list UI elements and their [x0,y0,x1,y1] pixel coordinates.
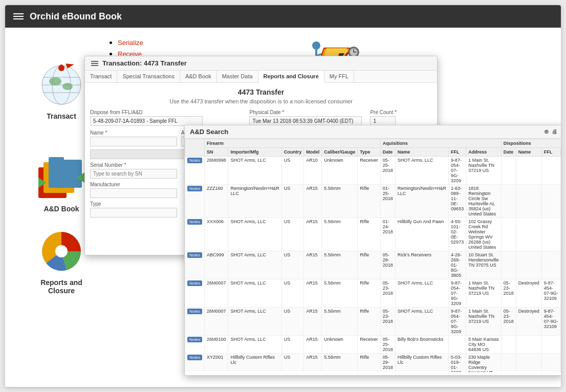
type-cell: Rifle [358,185,381,218]
tab-reports-closure[interactable]: Reports and Closure [258,71,324,83]
sn-cell: ZZZ160 [204,185,228,218]
search-table-container[interactable]: Firearm Aquisitions Dispositions SN Impo… [185,139,561,372]
caliber-cell: 5.56mm [322,251,358,279]
tab-master-data[interactable]: Master Data [217,71,258,82]
notes-button[interactable]: Notes [187,186,202,191]
type-cell: Rifle [358,251,381,279]
col-sn: SN [204,148,228,157]
notes-cell[interactable]: Notes [185,185,205,218]
notes-button[interactable]: Notes [187,158,202,163]
disp-name-cell [516,336,541,354]
importer-cell: SHOT Arms, LLC [228,308,281,336]
adbook-icon [36,155,87,201]
svg-point-5 [49,77,61,85]
hamburger-menu[interactable] [13,13,24,19]
acq-name-cell: Billy Bob's Boomsticks [395,336,448,354]
adbook-label: A&D Book [43,205,79,213]
disp-ffl-cell [541,251,560,279]
name-input[interactable] [90,137,177,146]
notes-cell[interactable]: Notes [185,336,205,354]
tab-transact[interactable]: Transact [85,71,117,82]
disp-address-cell [560,218,561,251]
notes-button[interactable]: Notes [187,280,202,286]
sn-cell: 26M0007 [204,279,228,308]
acq-date-cell: 05-28-2018 [380,251,395,279]
acq-name-cell: SHOT Arms, LLC [395,279,448,308]
acq-date-cell: 01-25-2018 [380,185,395,218]
search-icon[interactable]: ⊕ [544,128,549,135]
disp-date-cell [501,157,516,185]
acq-ffl-cell [449,336,466,354]
country-cell: US [281,185,304,218]
col-group-acquisitions: Aquisitions [380,139,501,148]
disp-name-cell [516,157,541,185]
model-cell: AR15 [304,218,322,251]
notes-cell[interactable]: Notes [185,308,205,336]
country-cell: US [281,308,304,336]
notes-cell[interactable]: Notes [185,354,205,373]
serial-input[interactable] [90,169,177,179]
notes-button[interactable]: Notes [187,355,202,360]
notes-button[interactable]: Notes [187,309,202,314]
disp-date-cell [501,354,516,373]
disp-ffl-cell [541,185,560,218]
tab-my-ffl[interactable]: My FFL [324,71,354,82]
tab-adbook[interactable]: A&D Book [180,71,217,82]
sn-cell: 26M0007 [204,308,228,336]
caliber-cell: 5.56mm [322,279,358,308]
acq-ffl-cell: 9-87-054-07-9G-3209 [449,308,466,336]
disp-date-cell [501,218,516,251]
caliber-cell: 5.56mm [322,308,358,336]
acq-address-cell: 102 Grassy Creek Rd Webster Springs WV 2… [466,218,502,251]
sn-cell: XXX006 [204,218,228,251]
table-row: Notes 26M0007 SHOT Arms, LLC US AR15 5.5… [185,308,561,336]
col-acq-date: Date [380,148,395,157]
disp-ffl-cell: 9-87-454-07-9G-32109 [541,308,560,336]
tab-special-transactions[interactable]: Special Transactions [117,71,180,82]
col-type: Type [358,148,381,157]
notes-cell[interactable]: Notes [185,251,205,279]
notes-button[interactable]: Notes [187,252,202,258]
acq-address-cell: 10 Stuart St. Hendersonville TN 37075 US [466,251,502,279]
acq-address-cell: 1 Main St. Nashville TN 37219 US [466,279,502,308]
notes-button[interactable]: Notes [187,219,202,225]
notes-cell[interactable]: Notes [185,218,205,251]
app-header: Orchid eBound Book [5,5,561,28]
acq-ffl-cell: 9-87-054-07-9G-3209 [449,279,466,308]
col-group-dispositions: Dispositions [501,139,561,148]
disp-address-cell [560,354,561,373]
col-group-firearm: Firearm [204,139,380,148]
manufacturer-input[interactable] [90,188,177,198]
acq-name-cell: SHOT Arms, LLC [395,157,448,185]
acq-name-cell: Rick's Receivers [395,251,448,279]
importer-cell: Remington/Neslin+H&R LLC [228,185,281,218]
importer-cell: SHOT Arms, LLC [228,251,281,279]
link-serialize[interactable]: Serialize [118,39,143,47]
model-cell: AR10 [304,157,322,185]
window-hamburger[interactable] [91,61,98,66]
type-input[interactable] [90,208,177,217]
notes-cell[interactable]: Notes [185,279,205,308]
search-header-icons: ⊕ 🖨 [544,128,557,135]
sn-cell: 26M0100 [204,336,228,354]
acq-address-cell: 1818 Remington Circle Sw Huntsville AL 3… [466,185,502,218]
acq-name-cell: SHOT Arms, LLC [395,308,448,336]
app-title: Orchid eBound Book [30,11,122,22]
disp-name-cell: Destroyed [516,308,541,336]
importer-cell: Hillbilly Custom Rifles Llc [228,354,281,373]
col-acq-address: Address [466,148,502,157]
model-cell: AR15 [304,279,322,308]
transfer-subtitle: Use the 4473 transfer when the dispositi… [90,98,432,104]
model-cell: AR15 [304,354,322,373]
acq-address-cell: 1 Main St. Nashville TN 37219 US [466,308,502,336]
acq-ffl-cell: 4-26-269-01-8G-3805 [449,251,466,279]
col-disp-name: Name [516,148,541,157]
acq-date-cell: 05-29-2018 [380,354,395,373]
type-cell: Rifle [358,354,381,373]
print-icon[interactable]: 🖨 [552,128,557,135]
table-row: Notes 26M0998 SHOT Arms, LLC US AR10 Unk… [185,157,561,185]
disp-name-cell [516,218,541,251]
notes-cell[interactable]: Notes [185,157,205,185]
notes-button[interactable]: Notes [187,337,202,342]
main-container: Orchid eBound Book [5,5,561,387]
